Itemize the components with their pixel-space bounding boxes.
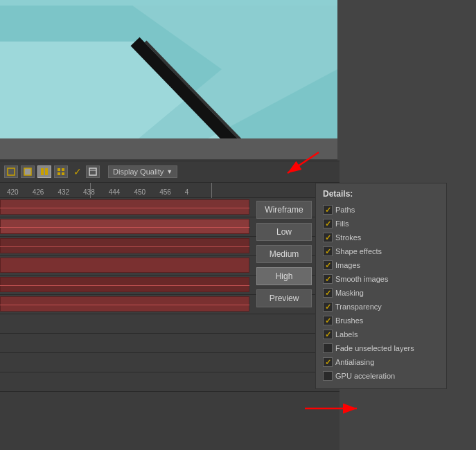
- track-10: [0, 372, 340, 392]
- track-7: [0, 314, 340, 334]
- track-block-4[interactable]: [0, 258, 249, 273]
- quality-panel: Wireframe Low Medium High Preview: [256, 201, 312, 307]
- brushes-label: Brushes: [335, 316, 363, 325]
- svg-rect-14: [62, 168, 64, 171]
- paths-checkbox[interactable]: [323, 205, 333, 215]
- images-checkbox[interactable]: [323, 260, 333, 270]
- detail-shape-effects[interactable]: Shape effects: [323, 244, 439, 258]
- gpu-acceleration-label: GPU acceleration: [335, 372, 395, 380]
- view-normal-btn[interactable]: [37, 165, 51, 178]
- ruler-mark: 432: [58, 188, 69, 196]
- track-block-6[interactable]: [0, 296, 249, 312]
- display-quality-arrow: ▼: [166, 168, 173, 175]
- timeline-ruler: 420 426 432 438 444 450 456 4: [0, 183, 340, 198]
- detail-smooth-images[interactable]: Smooth images: [323, 272, 439, 286]
- images-label: Images: [335, 261, 360, 269]
- svg-rect-16: [62, 172, 64, 175]
- paths-label: Paths: [335, 206, 355, 214]
- antialiasing-label: Antialiasing: [335, 358, 374, 366]
- ruler-mark: 426: [33, 188, 44, 196]
- gpu-acceleration-checkbox[interactable]: [323, 371, 333, 381]
- strokes-label: Strokes: [335, 233, 361, 242]
- labels-label: Labels: [335, 330, 358, 339]
- detail-brushes[interactable]: Brushes: [323, 314, 439, 327]
- canvas-svg: [0, 0, 337, 159]
- detail-antialiasing[interactable]: Antialiasing: [323, 355, 439, 369]
- ruler-mark: 456: [159, 188, 171, 196]
- svg-rect-15: [58, 172, 60, 175]
- view-outline-btn[interactable]: [21, 165, 35, 178]
- track-block-1[interactable]: [0, 199, 249, 215]
- svg-rect-11: [41, 168, 44, 175]
- view-full-btn[interactable]: [54, 165, 68, 178]
- fade-unselected-checkbox[interactable]: [323, 343, 333, 353]
- wireframe-button[interactable]: Wireframe: [256, 201, 312, 219]
- low-button[interactable]: Low: [256, 223, 312, 241]
- shape-effects-checkbox[interactable]: [323, 246, 333, 256]
- shape-effects-label: Shape effects: [335, 247, 382, 255]
- fills-label: Fills: [335, 219, 349, 228]
- detail-paths[interactable]: Paths: [323, 203, 439, 217]
- preview-button[interactable]: Preview: [256, 289, 312, 307]
- brushes-checkbox[interactable]: [323, 316, 333, 325]
- track-line-2: [0, 227, 249, 228]
- fade-unselected-label: Fade unselected layers: [335, 344, 414, 352]
- svg-rect-13: [58, 168, 60, 171]
- details-title: Details:: [323, 189, 439, 199]
- ruler-mark: 450: [134, 188, 146, 196]
- strokes-checkbox[interactable]: [323, 233, 333, 242]
- track-block-5[interactable]: [0, 277, 249, 292]
- svg-rect-17: [89, 168, 96, 175]
- track-line-5: [0, 285, 249, 286]
- view-wireframe-btn[interactable]: [4, 165, 18, 178]
- detail-fade-unselected[interactable]: Fade unselected layers: [323, 341, 439, 355]
- track-line-6: [0, 305, 249, 305]
- svg-rect-5: [0, 138, 337, 159]
- display-quality-button[interactable]: Display Quality ▼: [108, 165, 177, 178]
- svg-rect-9: [8, 168, 15, 175]
- masking-label: Masking: [335, 289, 364, 297]
- display-quality-label: Display Quality: [113, 168, 164, 176]
- ruler-mark: 4: [185, 188, 189, 196]
- smooth-images-checkbox[interactable]: [323, 274, 333, 284]
- svg-rect-12: [45, 168, 48, 175]
- detail-gpu-acceleration[interactable]: GPU acceleration: [323, 369, 439, 383]
- ruler-mark: 438: [83, 188, 95, 196]
- smooth-images-label: Smooth images: [335, 275, 388, 283]
- transparency-checkbox[interactable]: [323, 302, 333, 312]
- detail-fills[interactable]: Fills: [323, 217, 439, 231]
- antialiasing-checkbox[interactable]: [323, 357, 333, 367]
- ruler-mark: 444: [109, 188, 121, 196]
- detail-labels[interactable]: Labels: [323, 327, 439, 341]
- ruler-mark: 420: [7, 188, 19, 196]
- detail-transparency[interactable]: Transparency: [323, 300, 439, 314]
- track-8: [0, 334, 340, 353]
- masking-checkbox[interactable]: [323, 288, 333, 298]
- toolbar: ✓ Display Quality ▼: [0, 161, 340, 183]
- medium-button[interactable]: Medium: [256, 245, 312, 263]
- checkmark-toggle[interactable]: ✓: [73, 166, 82, 177]
- track-line-1: [0, 208, 249, 208]
- track-line-3: [0, 246, 249, 247]
- svg-rect-10: [24, 168, 31, 175]
- high-button[interactable]: High: [256, 267, 312, 285]
- track-block-2[interactable]: [0, 219, 249, 234]
- track-9: [0, 353, 340, 372]
- detail-images[interactable]: Images: [323, 258, 439, 272]
- frame-btn[interactable]: [86, 165, 100, 178]
- labels-checkbox[interactable]: [323, 330, 333, 339]
- track-block-3[interactable]: [0, 238, 249, 253]
- detail-strokes[interactable]: Strokes: [323, 231, 439, 244]
- detail-masking[interactable]: Masking: [323, 286, 439, 300]
- fills-checkbox[interactable]: [323, 219, 333, 228]
- svg-rect-6: [0, 0, 337, 6]
- transparency-label: Transparency: [335, 303, 382, 311]
- canvas-area: [0, 0, 337, 159]
- details-panel: Details: Paths Fills Strokes Shape effec…: [315, 183, 447, 389]
